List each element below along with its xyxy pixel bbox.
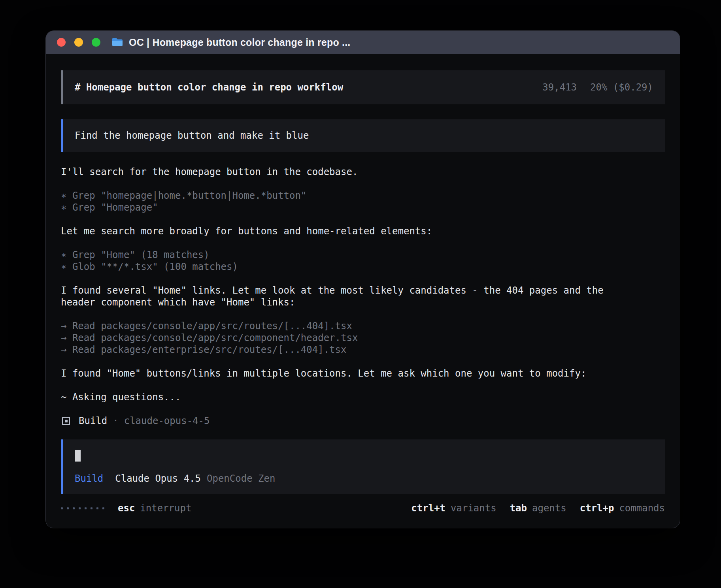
user-message-text: Find the homepage button and make it blu… xyxy=(75,130,309,141)
spinner-dot xyxy=(73,507,75,509)
transcript-line: ∗ Grep "Homepage" xyxy=(61,202,626,213)
shortcut-label: commands xyxy=(619,502,665,514)
transcript-line: Let me search more broadly for buttons a… xyxy=(61,225,626,237)
shortcut-key: ctrl+p xyxy=(580,502,614,514)
terminal-content: # Homepage button color change in repo w… xyxy=(46,54,680,515)
window-title: OC | Homepage button color change in rep… xyxy=(129,37,350,48)
input-meta-row: Build Claude Opus 4.5 OpenCode Zen xyxy=(75,473,653,484)
spinner-dot xyxy=(67,507,69,509)
statusbar: esc interrupt ctrl+tvariantstabagentsctr… xyxy=(61,501,665,515)
transcript-blank-line xyxy=(61,356,626,368)
agent-icon xyxy=(62,417,70,425)
shortcut-label: variants xyxy=(451,502,496,514)
statusbar-shortcut-commands: ctrl+pcommands xyxy=(580,502,665,514)
spinner-dot xyxy=(102,507,104,509)
desktop-background: OC | Homepage button color change in rep… xyxy=(0,0,721,588)
spinner-dot xyxy=(61,507,63,509)
session-stats: 39,413 20% ($0.29) xyxy=(542,81,653,93)
transcript-blank-line xyxy=(61,237,626,249)
session-header: # Homepage button color change in repo w… xyxy=(61,70,665,104)
spinner-dot xyxy=(96,507,98,509)
session-title: # Homepage button color change in repo w… xyxy=(75,81,343,93)
terminal-window: OC | Homepage button color change in rep… xyxy=(46,31,680,528)
user-message: Find the homepage button and make it blu… xyxy=(61,119,665,152)
transcript-line: → Read packages/console/app/src/routes/[… xyxy=(61,320,626,332)
agent-model: claude-opus-4-5 xyxy=(124,415,210,427)
folder-icon xyxy=(111,37,123,47)
transcript-blank-line xyxy=(61,213,626,225)
close-button[interactable] xyxy=(57,38,66,47)
esc-key: esc xyxy=(118,502,135,514)
transcript-blank-line xyxy=(61,273,626,285)
agent-name: Build xyxy=(79,415,107,427)
transcript-blank-line xyxy=(61,308,626,320)
agent-separator: · xyxy=(113,415,118,427)
statusbar-left: esc interrupt xyxy=(61,502,191,514)
transcript-line: I found several "Home" links. Let me loo… xyxy=(61,285,626,308)
maximize-button[interactable] xyxy=(92,38,100,47)
transcript-line: → Read packages/enterprise/src/routes/[.… xyxy=(61,344,626,356)
shortcut-label: agents xyxy=(532,502,566,514)
transcript-line: I found "Home" buttons/links in multiple… xyxy=(61,368,626,379)
transcript-line: ~ Asking questions... xyxy=(61,391,626,403)
transcript-blank-line xyxy=(61,379,626,391)
spinner-dot xyxy=(79,507,81,509)
shortcut-key: tab xyxy=(510,502,527,514)
statusbar-right: ctrl+tvariantstabagentsctrl+pcommands xyxy=(411,502,665,514)
spinner-dots xyxy=(61,507,104,509)
text-cursor xyxy=(75,450,81,462)
statusbar-shortcut-variants: ctrl+tvariants xyxy=(411,502,496,514)
token-count: 39,413 xyxy=(542,81,577,93)
shortcut-key: ctrl+t xyxy=(411,502,445,514)
input-model: Claude Opus 4.5 xyxy=(115,473,201,484)
window-title-area: OC | Homepage button color change in rep… xyxy=(111,37,350,48)
esc-label: interrupt xyxy=(140,502,191,514)
prompt-input[interactable]: Build Claude Opus 4.5 OpenCode Zen xyxy=(61,439,665,494)
minimize-button[interactable] xyxy=(74,38,83,47)
transcript-line: ∗ Glob "**/*.tsx" (100 matches) xyxy=(61,261,626,273)
agent-status-row: Build · claude-opus-4-5 xyxy=(61,415,665,427)
input-provider: OpenCode Zen xyxy=(207,473,275,484)
window-titlebar[interactable]: OC | Homepage button color change in rep… xyxy=(46,31,680,54)
transcript-blank-line xyxy=(61,178,626,190)
input-mode: Build xyxy=(75,473,103,484)
traffic-lights xyxy=(57,38,100,47)
transcript-line: I'll search for the homepage button in t… xyxy=(61,166,626,178)
statusbar-shortcut-agents: tabagents xyxy=(510,502,566,514)
transcript-line: ∗ Grep "Home" (18 matches) xyxy=(61,249,626,261)
spinner-dot xyxy=(85,507,87,509)
spinner-dot xyxy=(91,507,92,509)
context-usage: 20% ($0.29) xyxy=(590,81,653,93)
transcript-line: ∗ Grep "homepage|home.*button|Home.*butt… xyxy=(61,190,626,202)
transcript: I'll search for the homepage button in t… xyxy=(61,166,626,403)
transcript-line: → Read packages/console/app/src/componen… xyxy=(61,332,626,344)
